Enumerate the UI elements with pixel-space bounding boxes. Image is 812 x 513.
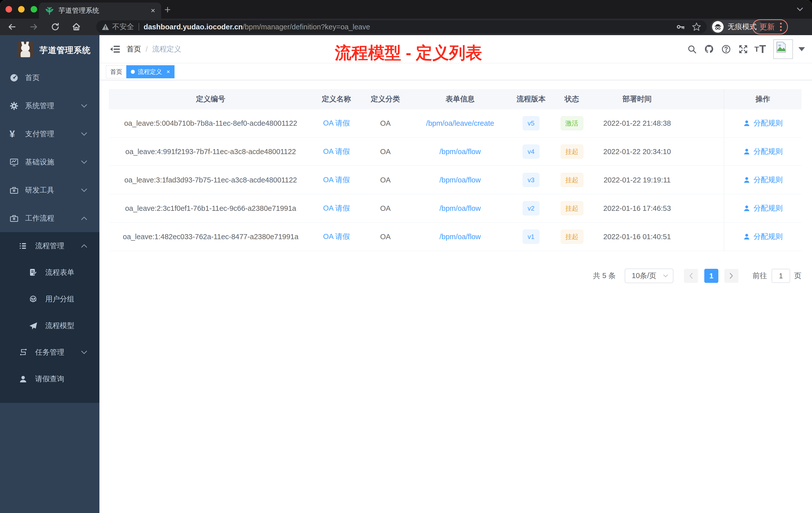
definition-name-link[interactable]: OA 请假 [323,232,350,242]
breadcrumb-separator: / [146,45,148,54]
definition-name-link[interactable]: OA 请假 [323,175,350,185]
hamburger-fold-icon[interactable] [110,44,120,55]
sidebar-item-process-management[interactable]: 流程管理 [0,235,99,257]
page-size-select[interactable]: 10条/页 [625,269,673,283]
form-link[interactable]: /bpm/oa/flow [439,148,481,156]
dashboard-icon [9,73,19,82]
form-link[interactable]: /bpm/oa/leave/create [426,119,494,127]
form-link[interactable]: /bpm/oa/flow [439,233,481,241]
definition-name-link[interactable]: OA 请假 [323,118,350,128]
sidebar-item-home[interactable]: 首页 [0,66,99,89]
tag-process-definition[interactable]: 流程定义 × [126,65,174,78]
goto-page-input[interactable]: 1 [772,269,790,283]
reload-icon[interactable] [50,21,61,32]
fullscreen-icon[interactable] [735,41,752,58]
sidebar-item-workflow[interactable]: 工作流程 [0,207,99,230]
user-icon [743,233,751,240]
chevron-down-icon [81,160,87,164]
definition-name-link[interactable]: OA 请假 [323,203,350,213]
version-badge[interactable]: v5 [523,116,539,130]
sidebar-item-process-model[interactable]: 流程模型 [0,314,99,337]
assign-rule-button[interactable]: 分配规则 [743,203,783,213]
security-label[interactable]: 不安全 [112,22,134,32]
avatar[interactable] [773,39,793,59]
chevron-up-icon [81,244,87,248]
assign-rule-button[interactable]: 分配规则 [743,147,783,157]
browser-update-button[interactable]: 更新 [752,19,788,34]
definition-category: OA [360,176,410,184]
new-tab-button[interactable]: + [165,4,171,15]
tab-close-icon[interactable]: × [151,7,155,14]
tag-home[interactable]: 首页 [106,65,126,78]
next-arrow-icon [729,272,734,279]
sidebar-item-payment[interactable]: ¥ 支付管理 [0,123,99,145]
zoom-window-button[interactable] [31,6,37,12]
avatar-dropdown-caret-icon[interactable] [799,47,805,51]
url-host[interactable]: dashboard.yudao.iocoder.cn [144,23,243,31]
app-logo-avatar [17,42,34,58]
minimize-window-button[interactable] [18,6,25,12]
help-icon[interactable] [718,41,735,58]
omnibox-divider [139,23,139,31]
page-number-button[interactable]: 1 [704,269,718,283]
sidebar-item-process-form[interactable]: 流程表单 [0,261,99,284]
tab-strip: 芋道管理系统 × + [0,0,812,19]
assign-rule-button[interactable]: 分配规则 [743,232,783,242]
search-icon[interactable] [684,41,700,58]
briefcase-icon [9,214,19,223]
flow-nodes-icon [19,348,28,357]
font-size-icon[interactable]: TT [752,41,769,58]
tab-search-chevron-icon[interactable] [796,6,804,12]
browser-menu-dots-icon[interactable] [780,22,782,32]
version-badge[interactable]: v2 [523,201,539,215]
favicon-plant-icon [45,6,54,15]
broken-image-icon [775,41,787,53]
bookmark-star-icon[interactable] [692,22,701,32]
assign-rule-button[interactable]: 分配规则 [743,175,783,185]
forward-icon[interactable] [28,21,39,32]
yen-icon: ¥ [9,129,15,140]
version-badge[interactable]: v3 [523,173,539,187]
address-bar[interactable]: 不安全 dashboard.yudao.iocoder.cn/bpm/manag… [96,20,707,33]
sidebar-item-infrastructure[interactable]: 基础设施 [0,151,99,174]
back-icon[interactable] [6,21,18,32]
definition-category: OA [360,119,410,127]
app-logo-row[interactable]: 芋道管理系统 [0,41,99,59]
definition-id: oa_leave:5:004b710b-7b8a-11ec-8ef0-acde4… [109,119,313,127]
col-process-version: 流程版本 [510,94,552,104]
next-page-button[interactable] [724,269,738,283]
tags-view-bar: 首页 流程定义 × [99,63,812,80]
user-icon [743,176,751,184]
pagination-total: 共 5 条 [593,271,616,281]
security-warning-icon[interactable] [102,23,109,30]
sidebar-item-system[interactable]: 系统管理 [0,95,99,117]
robot-face-icon [29,295,38,304]
document-edit-icon [29,268,38,277]
update-label[interactable]: 更新 [759,22,775,32]
definition-name-link[interactable]: OA 请假 [323,147,350,157]
chevron-down-icon [81,188,87,192]
breadcrumb: 首页 / 流程定义 [126,35,181,63]
sidebar-item-leave-query[interactable]: 请假查询 [0,368,99,390]
sidebar-item-user-group[interactable]: 用户分组 [0,288,99,310]
url-path[interactable]: /bpm/manager/definition?key=oa_leave [243,23,370,31]
status-badge: 挂起 [561,173,583,187]
close-window-button[interactable] [5,6,12,12]
password-key-icon[interactable] [676,22,685,32]
user-icon [19,374,28,384]
home-icon[interactable] [71,21,82,32]
sidebar-item-task-management[interactable]: 任务管理 [0,341,99,364]
definition-table: 定义编号 定义名称 定义分类 表单信息 流程版本 状态 部署时间 操作 oa_l… [109,89,802,251]
breadcrumb-home[interactable]: 首页 [126,44,141,54]
prev-page-button[interactable] [684,269,698,283]
form-link[interactable]: /bpm/oa/flow [439,204,481,213]
browser-tab[interactable]: 芋道管理系统 × [39,2,161,19]
sidebar-item-devtools[interactable]: 研发工具 [0,179,99,202]
version-badge[interactable]: v1 [523,230,539,244]
version-badge[interactable]: v4 [523,145,539,159]
github-icon[interactable] [700,41,718,58]
assign-rule-button[interactable]: 分配规则 [743,118,783,128]
tag-close-icon[interactable]: × [167,68,170,75]
form-link[interactable]: /bpm/oa/flow [439,176,481,184]
chevron-down-icon [81,350,87,354]
